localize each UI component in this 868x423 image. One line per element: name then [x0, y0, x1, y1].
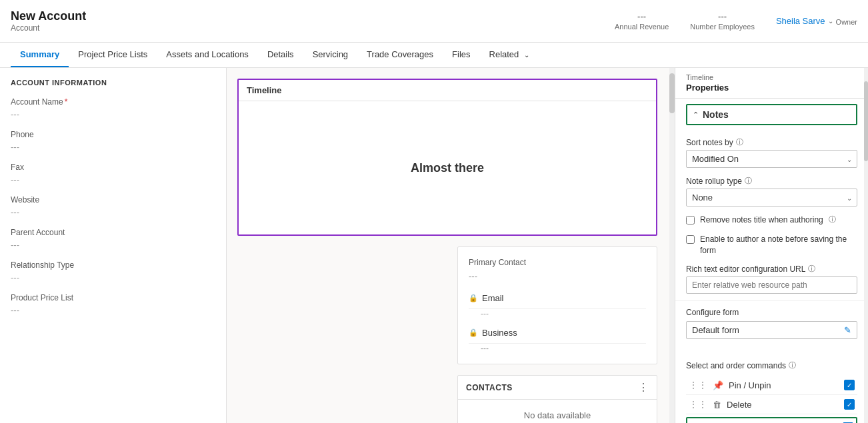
business-lock-icon: 🔒 [469, 328, 478, 337]
owner-field: Sheila Sarve ⌄ Owner [776, 16, 857, 26]
business-type-label: Business [482, 328, 517, 338]
configure-form-value: Default form [692, 325, 840, 335]
email-type-label: Email [482, 293, 504, 303]
business-value: --- [469, 344, 646, 353]
notes-label: Notes [703, 109, 729, 120]
owner-chevron-icon[interactable]: ⌄ [828, 17, 833, 25]
configure-form-section: Configure form Default form ✎ [675, 300, 868, 354]
tab-trade-coverages[interactable]: Trade Coverages [357, 43, 443, 67]
rich-text-info-icon[interactable]: ⓘ [808, 264, 815, 274]
delete-drag-handle-icon[interactable]: ⋮⋮ [689, 399, 707, 410]
page-title: New Account [11, 9, 615, 23]
tab-assets-locations[interactable]: Assets and Locations [157, 43, 258, 67]
notes-header-row[interactable]: ⌃ Notes [686, 104, 857, 125]
enable-author-row: Enable to author a note before saving th… [686, 234, 857, 256]
sort-notes-select[interactable]: Modified On Created On [686, 150, 857, 168]
fax-value[interactable]: --- [11, 175, 215, 185]
email-row: 🔒 Email [469, 288, 646, 309]
enable-author-label: Enable to author a note before saving th… [700, 234, 857, 256]
pin-unpin-label: Pin / Unpin [729, 380, 839, 390]
relationship-type-value[interactable]: --- [11, 272, 215, 282]
top-header: New Account Account --- Annual Revenue -… [0, 0, 868, 43]
rich-text-label: Rich text editor configuration URL ⓘ [686, 264, 857, 274]
primary-contact-value[interactable]: --- [469, 271, 646, 281]
related-chevron-icon: ⌄ [524, 51, 529, 59]
delete-checkbox[interactable]: ✓ [844, 399, 855, 410]
required-marker: * [65, 97, 68, 107]
center-panel: Timeline Almost there Primary Contact --… [227, 68, 675, 423]
account-title-area: New Account Account [11, 9, 615, 33]
tab-details[interactable]: Details [258, 43, 303, 67]
nav-tabs: Summary Project Price Lists Assets and L… [0, 43, 868, 68]
sort-notes-section: Sort notes by ⓘ Modified On Created On ⌄… [675, 131, 868, 300]
commands-label: Select and order commands ⓘ [686, 360, 857, 370]
sidebar-properties: Properties [675, 83, 868, 99]
page-subtitle: Account [11, 23, 615, 33]
configure-form-label: Configure form [686, 308, 857, 317]
tab-summary[interactable]: Summary [11, 43, 69, 67]
tab-related-label: Related [489, 49, 519, 59]
website-value[interactable]: --- [11, 207, 215, 217]
commands-info-icon[interactable]: ⓘ [789, 360, 796, 370]
tab-project-price-lists[interactable]: Project Price Lists [69, 43, 157, 67]
tab-related[interactable]: Related ⌄ [480, 43, 539, 67]
relationship-type-field: Relationship Type --- [11, 260, 215, 282]
no-data-label: No data available [524, 410, 591, 420]
note-rollup-select[interactable]: None Related records [686, 189, 857, 207]
note-rollup-info-icon[interactable]: ⓘ [745, 176, 752, 186]
account-info-section-title: ACCOUNT INFORMATION [11, 79, 215, 87]
sidebar-properties-title: Properties [686, 83, 857, 93]
commands-section: Select and order commands ⓘ ⋮⋮ 📌 Pin / U… [675, 354, 868, 423]
pin-unpin-checkbox[interactable]: ✓ [844, 380, 855, 390]
right-sidebar: Timeline Properties ⌃ Notes Sort notes b… [675, 68, 868, 423]
configure-form-row[interactable]: Default form ✎ [686, 321, 857, 339]
annual-revenue-field: --- Annual Revenue [615, 11, 669, 31]
annual-revenue-value: --- [615, 11, 669, 21]
sort-notes-label: Sort notes by ⓘ [686, 137, 857, 147]
timeline-placeholder: Almost there [411, 161, 484, 175]
left-panel: ACCOUNT INFORMATION Account Name* --- Ph… [0, 68, 227, 423]
number-employees-value: --- [690, 11, 755, 21]
account-name-value[interactable]: --- [11, 109, 215, 119]
main-area: ACCOUNT INFORMATION Account Name* --- Ph… [0, 68, 868, 423]
delete-icon: 🗑 [713, 400, 721, 410]
pin-drag-handle-icon[interactable]: ⋮⋮ [689, 380, 707, 390]
sidebar-scroll-track [864, 68, 868, 423]
enable-author-checkbox[interactable] [686, 235, 695, 244]
product-price-list-value[interactable]: --- [11, 305, 215, 315]
parent-account-field: Parent Account --- [11, 228, 215, 250]
owner-label: Owner [836, 18, 857, 26]
rich-text-input[interactable] [686, 276, 857, 294]
remove-notes-title-label: Remove notes title when authoring [700, 214, 823, 226]
primary-contact-label: Primary Contact [469, 258, 646, 267]
contacts-section: CONTACTS ⋮ No data available 0 - 0 of 0 … [457, 375, 657, 423]
contacts-title: CONTACTS [466, 383, 513, 392]
annual-revenue-label: Annual Revenue [615, 23, 669, 31]
edit-form-icon[interactable]: ✎ [844, 325, 851, 335]
timeline-header: Timeline [239, 80, 656, 101]
number-employees-field: --- Number Employees [690, 11, 755, 31]
parent-account-value[interactable]: --- [11, 240, 215, 250]
business-row: 🔒 Business [469, 322, 646, 344]
tab-files[interactable]: Files [443, 43, 479, 67]
center-right-col: Primary Contact --- 🔒 Email --- 🔒 Busine… [237, 246, 657, 423]
tab-servicing[interactable]: Servicing [303, 43, 357, 67]
remove-notes-info-icon[interactable]: ⓘ [829, 214, 836, 224]
remove-notes-title-checkbox[interactable] [686, 216, 695, 224]
number-employees-label: Number Employees [690, 23, 755, 31]
website-label: Website [11, 195, 215, 205]
product-price-list-label: Product Price List [11, 293, 215, 302]
sort-notes-info-icon[interactable]: ⓘ [736, 137, 743, 147]
contacts-more-icon[interactable]: ⋮ [638, 381, 649, 394]
header-fields: --- Annual Revenue --- Number Employees … [615, 11, 857, 31]
sidebar-scroll-thumb [864, 81, 868, 161]
fax-label: Fax [11, 163, 215, 172]
phone-value[interactable]: --- [11, 142, 215, 152]
sidebar-top-label: Timeline [675, 68, 868, 83]
owner-name[interactable]: Sheila Sarve [776, 16, 825, 26]
notes-header-container: ⌃ Notes [675, 99, 868, 131]
contacts-header: CONTACTS ⋮ [458, 376, 657, 400]
contacts-body: No data available [458, 400, 657, 423]
delete-command-row: ⋮⋮ 🗑 Delete ✓ [686, 395, 857, 414]
notes-chevron-icon: ⌃ [693, 111, 699, 119]
